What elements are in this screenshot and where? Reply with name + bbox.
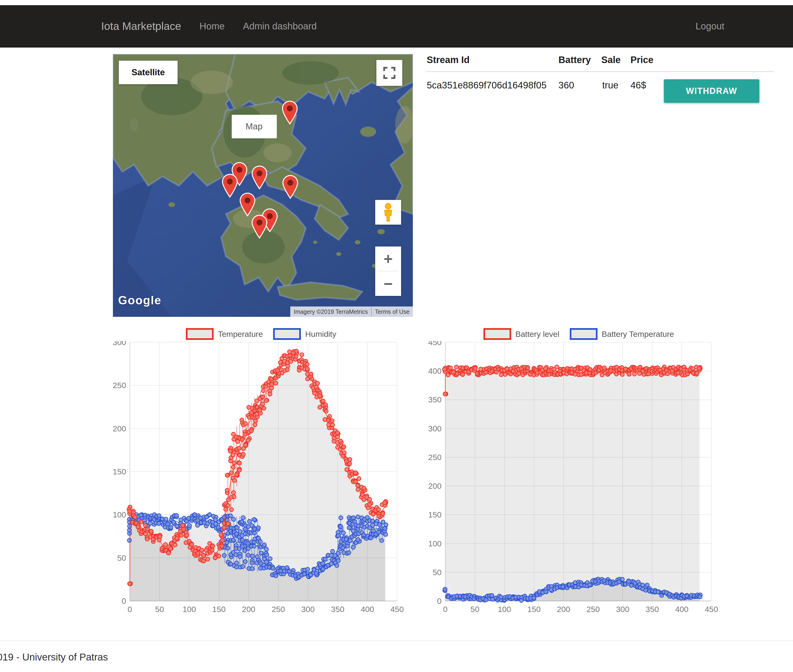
svg-text:100: 100 xyxy=(183,605,196,614)
footer-text: 2019 - University of Patras xyxy=(0,651,108,663)
svg-text:450: 450 xyxy=(428,341,442,347)
svg-text:400: 400 xyxy=(360,605,374,614)
map-marker-pin[interactable] xyxy=(239,193,255,217)
svg-text:250: 250 xyxy=(586,605,600,614)
svg-text:150: 150 xyxy=(527,605,541,614)
chart-plot-area: 0501001502002503003504004500501001502002… xyxy=(108,341,414,627)
svg-text:200: 200 xyxy=(113,424,126,433)
cell-battery: 360 xyxy=(559,80,574,91)
svg-text:100: 100 xyxy=(428,539,442,548)
svg-text:350: 350 xyxy=(331,605,344,614)
map-marker-pin[interactable] xyxy=(282,101,298,125)
footer: 2019 - University of Patras xyxy=(0,651,212,663)
svg-text:0: 0 xyxy=(443,605,448,614)
svg-text:50: 50 xyxy=(433,568,442,577)
legend-item-battery-level[interactable]: Battery level xyxy=(484,328,559,340)
svg-text:250: 250 xyxy=(113,381,126,390)
pin-icon xyxy=(239,193,255,217)
svg-text:200: 200 xyxy=(242,605,255,614)
svg-text:50: 50 xyxy=(471,605,479,614)
app-brand[interactable]: Iota Marketplace xyxy=(101,20,181,32)
google-logo[interactable]: Google xyxy=(118,294,161,307)
map-marker-pin[interactable] xyxy=(222,174,238,198)
fullscreen-icon xyxy=(383,67,396,79)
svg-text:0: 0 xyxy=(122,597,126,605)
svg-text:400: 400 xyxy=(675,605,689,614)
map-marker-pin[interactable] xyxy=(282,175,298,199)
map-marker-pin[interactable] xyxy=(252,166,268,190)
cell-price: 46$ xyxy=(630,80,646,91)
table-header-divider xyxy=(426,71,774,72)
svg-text:0: 0 xyxy=(437,597,442,605)
svg-text:100: 100 xyxy=(498,605,511,614)
nav-item-home[interactable]: Home xyxy=(199,21,225,32)
map-attribution: Imagery ©2019 TerraMetrics Terms of Use xyxy=(290,307,413,317)
pegman-button[interactable] xyxy=(375,200,401,225)
zoom-in-button[interactable]: + xyxy=(375,246,401,271)
map-marker-pin[interactable] xyxy=(252,215,268,239)
svg-text:150: 150 xyxy=(212,605,226,614)
nav-item-admin-dashboard[interactable]: Admin dashboard xyxy=(243,21,317,32)
legend-item-temperature[interactable]: Temperature xyxy=(186,328,263,340)
col-header-price: Price xyxy=(630,54,654,65)
fullscreen-button[interactable] xyxy=(376,60,402,86)
zoom-out-button[interactable]: − xyxy=(375,272,401,296)
svg-text:350: 350 xyxy=(646,605,659,614)
svg-text:400: 400 xyxy=(428,366,442,375)
temperature-humidity-chart: Temperature Humidity 0501001502002503003… xyxy=(108,327,414,628)
nav-item-logout[interactable]: Logout xyxy=(695,21,724,32)
cell-sale: true xyxy=(602,80,618,91)
svg-text:300: 300 xyxy=(301,605,315,614)
svg-text:300: 300 xyxy=(113,341,126,347)
svg-text:250: 250 xyxy=(272,605,285,614)
satellite-view-button[interactable]: Satellite xyxy=(119,61,178,84)
pin-icon xyxy=(252,215,268,239)
map-view-button[interactable]: Map xyxy=(232,115,277,138)
svg-text:300: 300 xyxy=(428,424,442,433)
humidity-swatch xyxy=(273,328,301,340)
pin-icon xyxy=(282,101,298,125)
cell-stream-id: 5ca351e8869f706d16498f05 xyxy=(427,80,546,91)
temperature-swatch xyxy=(186,328,214,340)
pin-icon xyxy=(252,166,268,190)
battery-level-swatch xyxy=(484,328,511,340)
svg-text:450: 450 xyxy=(705,605,718,614)
chart-plot-area: 0501001502002503003504004500501001502002… xyxy=(421,341,736,627)
navbar: Iota Marketplace Home Admin dashboard Lo… xyxy=(0,5,793,48)
terms-of-use-link[interactable]: Terms of Use xyxy=(371,307,413,317)
footer-divider xyxy=(0,640,793,641)
battery-chart: Battery level Battery Temperature 050100… xyxy=(421,327,736,628)
svg-text:100: 100 xyxy=(113,510,126,519)
imagery-credit: Imagery ©2019 TerraMetrics xyxy=(290,307,371,317)
battery-temperature-swatch xyxy=(570,328,598,340)
svg-text:350: 350 xyxy=(428,395,442,404)
legend-label: Temperature xyxy=(218,330,263,339)
chart-legend: Temperature Humidity xyxy=(108,327,414,341)
legend-label: Humidity xyxy=(305,330,336,339)
svg-text:200: 200 xyxy=(428,482,442,490)
svg-text:150: 150 xyxy=(428,510,442,519)
col-header-stream-id: Stream Id xyxy=(427,54,469,65)
svg-text:50: 50 xyxy=(155,605,164,614)
svg-text:450: 450 xyxy=(391,605,404,614)
legend-label: Battery level xyxy=(516,330,559,339)
chart-legend: Battery level Battery Temperature xyxy=(421,327,736,341)
withdraw-button[interactable]: WITHDRAW xyxy=(664,79,759,103)
page: Iota Marketplace Home Admin dashboard Lo… xyxy=(0,0,793,672)
svg-text:150: 150 xyxy=(113,467,126,476)
svg-text:200: 200 xyxy=(557,605,570,614)
pin-icon xyxy=(222,174,238,198)
legend-item-humidity[interactable]: Humidity xyxy=(273,328,336,340)
google-map[interactable]: Map Satellite + − Google Imagery ©2019 T… xyxy=(113,54,413,317)
svg-text:300: 300 xyxy=(616,605,630,614)
svg-text:0: 0 xyxy=(128,605,132,614)
map-type-control: Map Satellite xyxy=(119,61,178,84)
svg-text:250: 250 xyxy=(428,453,442,462)
legend-label: Battery Temperature xyxy=(602,330,674,339)
svg-text:50: 50 xyxy=(117,554,126,562)
legend-item-battery-temperature[interactable]: Battery Temperature xyxy=(570,328,674,340)
pegman-icon xyxy=(381,203,395,222)
col-header-sale: Sale xyxy=(601,54,621,65)
pin-icon xyxy=(282,175,298,199)
zoom-control: + − xyxy=(375,246,401,296)
